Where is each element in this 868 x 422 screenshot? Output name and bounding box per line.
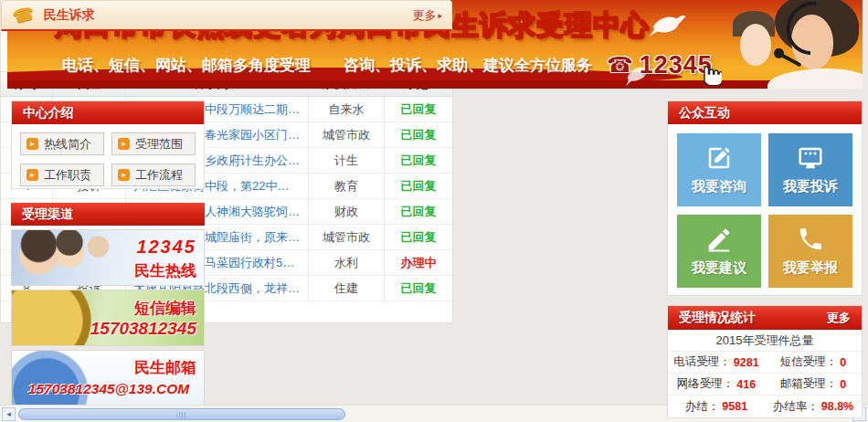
appeals-panel-header: ☎ 民生诉求 更多 ▸: [1, 0, 452, 31]
scroll-left-arrow[interactable]: ◂: [2, 407, 16, 421]
stat-done: 办结： 9581: [668, 396, 765, 417]
status-badge: 已回复: [401, 153, 437, 169]
dove-icon: [647, 11, 687, 38]
call-center-agent-photo: [724, 0, 863, 89]
stat-sms: 短信受理： 0: [765, 352, 862, 374]
arrow-bullet-icon: ▸: [26, 138, 38, 150]
public-interaction-header: 公众互动: [668, 101, 862, 124]
status-badge: 已回复: [401, 101, 437, 118]
statistics-subtitle: 2015年受理件总量: [668, 330, 862, 352]
statistics-panel: 受理情况统计 更多 2015年受理件总量 电话受理： 9281 短信受理： 0 …: [667, 305, 863, 418]
statistics-more-link[interactable]: 更多: [827, 310, 851, 326]
pencil-icon: [705, 226, 733, 253]
arrow-bullet-icon: ▸: [118, 138, 130, 150]
tile-report[interactable]: 我要举报: [768, 215, 852, 288]
center-intro-links: ▸ 热线简介 ▸ 受理范围 ▸ 工作职责 ▸ 工作流程: [12, 124, 204, 195]
edit-square-icon: [705, 144, 733, 172]
center-intro-panel: 中心介绍 ▸ 热线简介 ▸ 受理范围 ▸ 工作职责 ▸ 工作流程: [11, 100, 205, 189]
center-intro-header: 中心介绍: [12, 101, 204, 124]
more-arrow-icon[interactable]: ▸: [438, 11, 442, 20]
appeals-panel-title: 民生诉求: [44, 7, 95, 24]
intro-link-acceptance-scope[interactable]: ▸ 受理范围: [111, 132, 196, 155]
phone-handset-icon: ☎: [10, 2, 37, 27]
stat-mail: 邮箱受理： 0: [765, 374, 862, 396]
telephone-icon: ☎: [607, 53, 633, 78]
stat-web: 网络受理： 416: [668, 374, 765, 396]
public-interaction-panel: 公众互动 我要咨询 我要投诉 我要建议 我要举报: [667, 100, 863, 296]
status-badge: 已回复: [401, 229, 437, 246]
intro-link-duties[interactable]: ▸ 工作职责: [20, 164, 104, 186]
tile-consult[interactable]: 我要咨询: [677, 133, 761, 206]
status-badge: 已回复: [401, 204, 437, 220]
scrollbar-grip-icon: [177, 412, 187, 418]
status-badge: 已回复: [401, 280, 437, 297]
mail-channel-address: 15703812345@139.COM: [16, 381, 202, 397]
appeals-more-link[interactable]: 更多: [412, 7, 436, 24]
statistics-grid: 电话受理： 9281 短信受理： 0 网络受理： 416 邮箱受理： 0 办结：…: [668, 352, 862, 417]
tile-suggest[interactable]: 我要建议: [677, 215, 761, 288]
statistics-header: 受理情况统计 更多: [668, 306, 862, 330]
banner-subtitle-right: 咨询、投诉、求助、建议全方位服务: [344, 55, 592, 76]
hotline-channel-label: 民生热线: [134, 260, 196, 281]
stat-rate: 办结率： 98.8%: [765, 396, 862, 417]
stat-phone: 电话受理： 9281: [668, 352, 765, 374]
mail-channel-banner[interactable]: 民生邮箱 15703812345@139.COM: [11, 350, 205, 408]
sms-channel-number: 15703812345: [90, 319, 196, 339]
banner-subtitle-left: 电话、短信、网站、邮箱多角度受理: [62, 55, 311, 76]
computer-complaint-icon: [797, 144, 824, 172]
scrollbar-thumb[interactable]: [18, 408, 345, 420]
interaction-tiles: 我要咨询 我要投诉 我要建议 我要举报: [668, 124, 862, 297]
intro-link-hotline-profile[interactable]: ▸ 热线简介: [20, 132, 104, 155]
status-badge: 办理中: [401, 255, 437, 271]
arrow-bullet-icon: ▸: [118, 169, 130, 181]
sms-channel-label: 短信编辑: [134, 298, 196, 319]
hotline-channel-banner[interactable]: 12345 民生热线: [11, 229, 205, 286]
status-badge: 已回复: [401, 127, 437, 143]
intro-link-workflow[interactable]: ▸ 工作流程: [111, 164, 196, 186]
channels-header: 受理渠道: [11, 203, 205, 226]
status-badge: 已回复: [401, 178, 437, 195]
banner-subtitle: 电话、短信、网站、邮箱多角度受理 咨询、投诉、求助、建议全方位服务 ☎ 1234…: [62, 51, 713, 79]
mail-channel-label: 民生邮箱: [134, 357, 196, 378]
sms-channel-banner[interactable]: 短信编辑 15703812345: [11, 290, 205, 346]
statistics-title: 受理情况统计: [679, 310, 756, 326]
hotline-channel-number: 12345: [136, 237, 196, 258]
phone-handset-icon: [797, 226, 824, 253]
page: 周口市市长热线更名为周口市民生诉求受理中心 电话、短信、网站、邮箱多角度受理 咨…: [0, 0, 868, 422]
tile-complaint[interactable]: 我要投诉: [768, 133, 852, 206]
arrow-bullet-icon: ▸: [26, 169, 38, 181]
hand-cursor-icon: [698, 60, 722, 86]
